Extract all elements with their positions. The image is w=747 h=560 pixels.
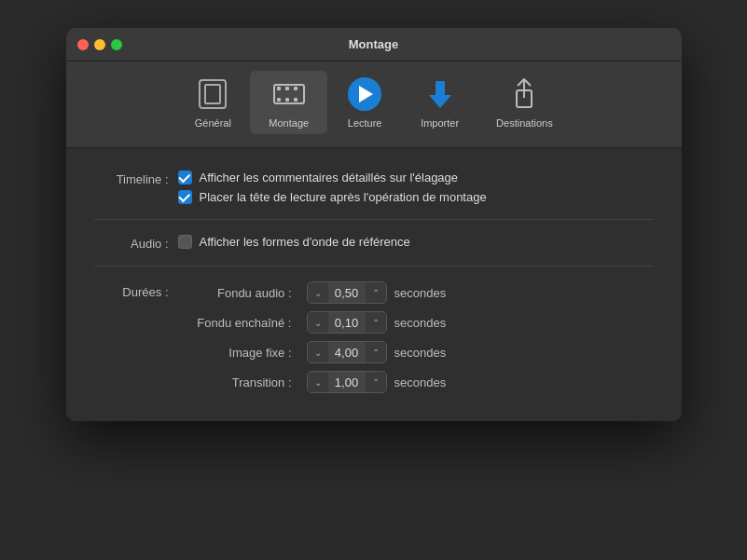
svg-rect-5 — [294, 87, 297, 90]
checkbox-playhead-label: Placer la tête de lecture après l'opérat… — [200, 190, 487, 204]
tab-lecture[interactable]: Lecture — [327, 71, 402, 134]
durees-label: Durées : — [94, 281, 178, 299]
window-title: Montage — [349, 37, 398, 51]
fondu-audio-row: Fondu audio : ⌄ 0,50 ⌃ secondes — [178, 281, 447, 304]
fullscreen-button[interactable] — [111, 39, 122, 50]
fondu-audio-decrement[interactable]: ⌄ — [308, 281, 328, 304]
timeline-section: Timeline : Afficher les commentaires dét… — [94, 171, 654, 204]
lecture-icon — [347, 76, 382, 112]
timeline-option-2: Placer la tête de lecture après l'opérat… — [178, 190, 487, 204]
tab-general-label: Général — [195, 117, 231, 129]
content-area: Timeline : Afficher les commentaires dét… — [66, 148, 682, 421]
tab-montage-label: Montage — [269, 117, 309, 129]
timeline-options: Afficher les commentaires détaillés sur … — [178, 171, 487, 204]
fondu-enchaine-stepper: ⌄ 0,10 ⌃ — [307, 311, 387, 334]
image-fixe-label: Image fixe : — [178, 346, 299, 360]
fondu-enchaine-unit: secondes — [394, 316, 447, 330]
image-fixe-increment[interactable]: ⌃ — [366, 341, 386, 363]
traffic-lights — [77, 39, 122, 50]
fondu-enchaine-increment[interactable]: ⌃ — [366, 311, 386, 334]
transition-value: 1,00 — [328, 376, 366, 389]
tab-lecture-label: Lecture — [348, 117, 382, 129]
checkbox-playhead[interactable] — [178, 190, 192, 204]
fondu-enchaine-decrement[interactable]: ⌄ — [308, 311, 328, 334]
image-fixe-decrement[interactable]: ⌄ — [308, 341, 328, 363]
durees-section: Durées : Fondu audio : ⌄ 0,50 ⌃ secondes… — [94, 281, 654, 393]
main-window: Montage Général — [66, 28, 682, 421]
audio-section: Audio : Afficher les formes d'onde de ré… — [94, 235, 654, 251]
transition-decrement[interactable]: ⌄ — [308, 371, 328, 393]
timeline-option-1: Afficher les commentaires détaillés sur … — [178, 171, 487, 184]
audio-options: Afficher les formes d'onde de référence — [178, 235, 410, 249]
montage-icon — [271, 76, 307, 112]
svg-rect-6 — [277, 98, 281, 102]
tab-montage[interactable]: Montage — [250, 71, 327, 134]
minimize-button[interactable] — [94, 39, 105, 50]
fondu-audio-increment[interactable]: ⌃ — [366, 281, 386, 304]
toolbar: Général Montage — [66, 61, 682, 148]
destinations-icon — [506, 76, 542, 112]
checkbox-waveform[interactable] — [178, 235, 192, 249]
audio-option-1: Afficher les formes d'onde de référence — [178, 235, 410, 249]
tab-importer-label: Importer — [421, 117, 459, 129]
svg-rect-7 — [285, 98, 289, 102]
divider-1 — [94, 219, 654, 220]
fondu-enchaine-value: 0,10 — [328, 316, 366, 330]
transition-row: Transition : ⌄ 1,00 ⌃ secondes — [178, 371, 447, 393]
divider-2 — [94, 266, 654, 266]
fondu-enchaine-label: Fondu enchaîné : — [178, 316, 299, 330]
svg-rect-4 — [285, 87, 289, 90]
tab-importer[interactable]: Importer — [402, 71, 477, 134]
transition-increment[interactable]: ⌃ — [366, 371, 386, 393]
image-fixe-unit: secondes — [394, 346, 447, 360]
transition-stepper: ⌄ 1,00 ⌃ — [307, 371, 387, 393]
fondu-audio-stepper: ⌄ 0,50 ⌃ — [307, 281, 387, 304]
arrow-down-icon — [429, 81, 451, 108]
svg-rect-1 — [205, 85, 220, 103]
image-fixe-value: 4,00 — [328, 346, 366, 360]
checkbox-comments-label: Afficher les commentaires détaillés sur … — [200, 171, 459, 184]
fondu-enchaine-row: Fondu enchaîné : ⌄ 0,10 ⌃ secondes — [178, 311, 447, 334]
transition-unit: secondes — [394, 376, 447, 389]
timeline-label: Timeline : — [94, 171, 178, 186]
close-button[interactable] — [77, 39, 89, 50]
importer-icon — [422, 76, 458, 112]
play-triangle-icon — [359, 86, 373, 102]
image-fixe-row: Image fixe : ⌄ 4,00 ⌃ secondes — [178, 341, 447, 363]
tab-destinations-label: Destinations — [496, 117, 553, 129]
transition-label: Transition : — [178, 376, 299, 389]
image-fixe-stepper: ⌄ 4,00 ⌃ — [307, 341, 387, 363]
fondu-audio-value: 0,50 — [328, 286, 366, 300]
title-bar: Montage — [66, 28, 682, 61]
tab-general[interactable]: Général — [175, 71, 250, 134]
checkbox-waveform-label: Afficher les formes d'onde de référence — [200, 235, 410, 249]
durees-rows: Fondu audio : ⌄ 0,50 ⌃ secondes Fondu en… — [178, 281, 447, 393]
svg-rect-8 — [294, 98, 297, 102]
fondu-audio-unit: secondes — [394, 286, 447, 300]
svg-rect-3 — [277, 87, 281, 90]
checkbox-comments[interactable] — [178, 171, 192, 184]
fondu-audio-label: Fondu audio : — [178, 286, 299, 300]
general-icon — [195, 76, 230, 112]
audio-label: Audio : — [94, 235, 178, 251]
tab-destinations[interactable]: Destinations — [477, 71, 572, 134]
